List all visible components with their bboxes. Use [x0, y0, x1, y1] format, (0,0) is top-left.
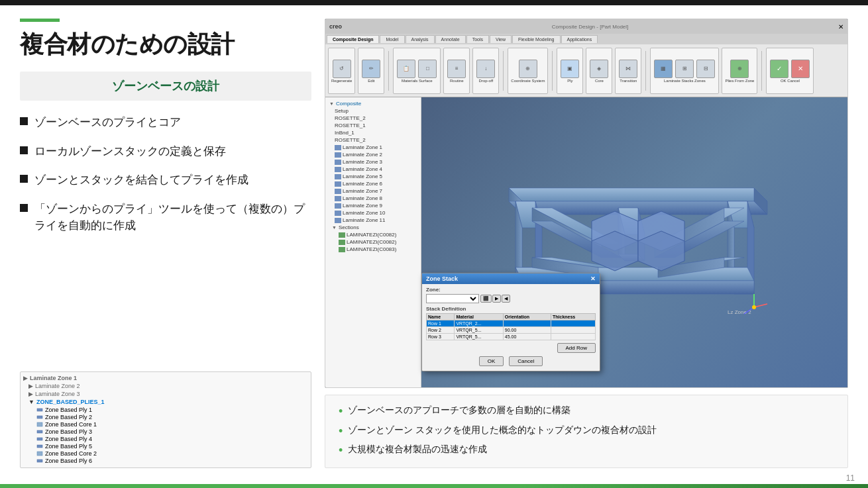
surface-btn[interactable]: □ — [418, 60, 437, 78]
dialog-cancel-btn[interactable]: Cancel — [509, 356, 543, 366]
tree-item-lz4: Laminate Zone 4 — [328, 166, 418, 173]
svg-rect-8 — [335, 145, 341, 150]
laminate-btn[interactable]: ▦ — [654, 60, 673, 78]
cell-thickness — [551, 334, 596, 340]
zone-ply-item: Zone Based Ply 4 — [36, 436, 308, 442]
tree-item-inbnd: InBnd_1 — [328, 129, 418, 136]
svg-rect-1 — [37, 416, 42, 418]
table-row[interactable]: Row 2 VRTQR_5... 90.00 — [427, 327, 596, 334]
tree-item-lz10: Laminate Zone 10 — [328, 209, 418, 217]
tab-composite-design[interactable]: Composite Design — [327, 35, 379, 43]
coordinate-btn[interactable]: ⊕ — [519, 60, 537, 78]
add-row-btn[interactable]: Add Row — [557, 343, 596, 353]
core-btn[interactable]: ◈ — [590, 60, 608, 78]
bottom-bullet-1: • ゾーンベースのアプローチで多数の層を自動的に構築 — [339, 405, 834, 419]
zone-select[interactable] — [426, 294, 479, 303]
cad-main: ▼ Composite Setup ROSETTE_2 ROSETTE_1 — [325, 97, 847, 388]
svg-rect-21 — [339, 247, 345, 252]
zone-item-label: ▶ — [23, 375, 28, 381]
bullet-text: ローカルゾーンスタックの定義と保存 — [34, 143, 226, 160]
tab-flexible-modeling[interactable]: Flexible Modeling — [512, 35, 560, 43]
ply-btn[interactable]: ▣ — [561, 60, 579, 78]
top-bar — [0, 0, 868, 5]
tree-item-sections: ▼ Sections — [328, 224, 418, 231]
svg-rect-14 — [335, 189, 341, 194]
svg-rect-10 — [335, 160, 341, 165]
dropoff-btn[interactable]: ↓ — [476, 60, 495, 78]
toolbar-group-edit: ✏ Edit — [358, 48, 384, 94]
tree-item-lz7: Laminate Zone 7 — [328, 187, 418, 195]
zone-stack-dialog: Zone Stack ✕ Zone: — [421, 273, 600, 371]
cell-material: VRTQR_5... — [455, 334, 503, 340]
svg-rect-16 — [335, 203, 341, 209]
ply-label: Zone Based Ply 6 — [45, 458, 92, 464]
svg-rect-18 — [335, 218, 341, 223]
bottom-bar — [0, 484, 868, 488]
stacks-btn[interactable]: ⊞ — [675, 60, 694, 78]
svg-rect-2 — [37, 422, 42, 426]
materials-btn[interactable]: 📋 — [397, 60, 415, 78]
pliesfromzone-btn[interactable]: ⊕ — [730, 60, 749, 78]
left-panel: 複合材のための設計 ゾーンベースの設計 ゾーンベースのプライとコア ローカルゾー… — [20, 19, 311, 468]
tab-tools[interactable]: Tools — [466, 35, 489, 43]
col-header-orientation: Orientation — [503, 314, 551, 320]
window-close[interactable]: ✕ — [838, 23, 843, 30]
zone-item-label: ▶ — [28, 391, 33, 397]
cell-material: VRTQR_5... — [455, 327, 503, 334]
page-number: 11 — [846, 473, 855, 483]
bottom-bullet-2: • ゾーンとゾーン スタックを使用した概念的なトップダウンの複合材の設計 — [339, 424, 834, 439]
zone-plies-group: ZONE_BASED_PLIES_1 — [36, 399, 105, 405]
core-label: Zone Based Core 2 — [45, 450, 97, 457]
dialog-ok-btn[interactable]: OK — [479, 356, 504, 366]
svg-rect-4 — [37, 438, 42, 440]
zones-btn[interactable]: ⊟ — [696, 60, 715, 78]
tab-model[interactable]: Model — [380, 35, 404, 43]
svg-rect-20 — [339, 240, 345, 245]
tab-view[interactable]: View — [490, 35, 512, 43]
dialog-icon-btn2[interactable]: ▶ — [492, 295, 501, 303]
ply-label: Zone Based Ply 4 — [45, 436, 92, 442]
tree-item-lz6: Laminate Zone 6 — [328, 180, 418, 187]
zone-field-label: Zone: — [426, 287, 596, 293]
zone-core-item: Zone Based Core 1 — [36, 421, 308, 428]
bottom-bullet-text-2: ゾーンとゾーン スタックを使用した概念的なトップダウンの複合材の設計 — [348, 424, 657, 436]
tab-annotate[interactable]: Annotate — [435, 35, 466, 43]
stack-def-label: Stack Definition — [426, 306, 596, 312]
toolbar-group-core: ◈ Core — [586, 48, 612, 94]
tree-item-lz8: Laminate Zone 8 — [328, 195, 418, 202]
toolbar-group-transition: ⋈ Transition — [615, 48, 641, 94]
core-label: Zone Based Core 1 — [45, 421, 97, 428]
dialog-icon-btn1[interactable]: ⬛ — [480, 295, 492, 303]
svg-marker-22 — [509, 188, 767, 201]
cell-orientation — [503, 320, 551, 327]
tree-item-rosette2b: ROSETTE_2 — [328, 136, 418, 144]
dialog-close-icon[interactable]: ✕ — [590, 275, 596, 282]
cancel-btn[interactable]: ✕ — [791, 60, 810, 78]
tab-applications[interactable]: Applications — [561, 35, 598, 43]
tab-analysis[interactable]: Analysis — [406, 35, 435, 43]
zone-ply-item: Zone Based Ply 5 — [36, 443, 308, 450]
dialog-buttons: OK Cancel — [426, 354, 596, 368]
table-row[interactable]: Row 1 VRTQR_2... — [427, 320, 596, 327]
svg-rect-9 — [335, 152, 341, 158]
cell-name: Row 1 — [427, 320, 455, 327]
tree-item-rosette2: ROSETTE_2 — [328, 115, 418, 122]
svg-rect-3 — [37, 430, 42, 433]
col-header-thickness: Thickness — [551, 314, 596, 320]
tree-item-lam3: LAMINATEZI(C0083) — [328, 246, 418, 253]
toolbar-group-materials: 📋 □ Materials Surface — [393, 48, 441, 94]
table-row[interactable]: Row 3 VRTQR_5... 45.00 — [427, 334, 596, 340]
zone-core-item: Zone Based Core 2 — [36, 450, 308, 457]
svg-rect-6 — [37, 452, 42, 456]
toolbar-group-coordinate: ⊕ Coordinate System — [508, 48, 548, 94]
transition-btn[interactable]: ⋈ — [619, 60, 637, 78]
tree-item-lz9: Laminate Zone 9 — [328, 202, 418, 209]
dialog-icon-btn3[interactable]: ◀ — [502, 295, 510, 303]
regenerate-btn[interactable]: ↺ — [333, 60, 351, 78]
routine-btn[interactable]: ≡ — [447, 60, 466, 78]
svg-rect-15 — [335, 196, 341, 201]
model-tree: ▼ Composite Setup ROSETTE_2 ROSETTE_1 — [325, 97, 421, 388]
bullet-dot-icon: • — [339, 405, 343, 419]
edit-btn[interactable]: ✏ — [362, 60, 380, 78]
ok-btn[interactable]: ✓ — [770, 60, 788, 78]
